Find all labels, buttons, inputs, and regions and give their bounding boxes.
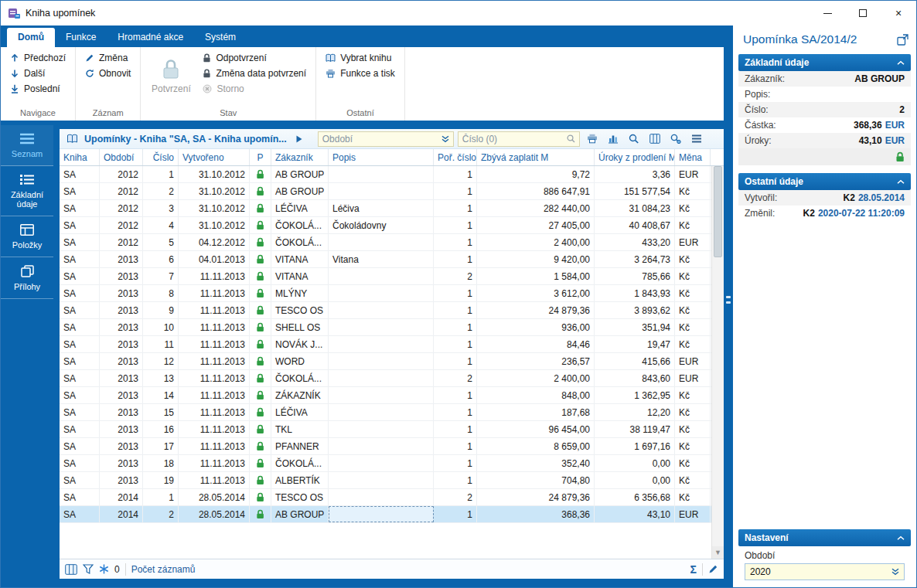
sidebar-item-seznam[interactable]: Seznam [1,125,53,166]
table-row[interactable]: SA20131611.11.2013TKL196 454,0038 119,47… [60,421,711,438]
table-row[interactable]: SA2013604.01.2013VITANAVitana19 420,003 … [60,251,711,268]
splitter-grip [726,301,731,304]
table-row[interactable]: SA2013811.11.2013MLÝNY13 612,001 843,93K… [60,285,711,302]
cell-cislo: 19 [143,472,179,488]
minimize-button[interactable] [810,1,845,25]
column-header-vytvoreno[interactable]: Vytvořeno [179,149,250,165]
table-row[interactable]: SA20131411.11.2013ZÁKAZNÍK1848,001 362,9… [60,387,711,404]
table-row[interactable]: SA20131711.11.2013PFANNER18 659,001 697,… [60,438,711,455]
tab-hromadne-akce[interactable]: Hromadné akce [107,28,194,47]
column-header-mena[interactable]: Měna [675,149,711,165]
table-row[interactable]: SA2012231.10.2012AB GROUP1886 647,91151 … [60,183,711,200]
table-row[interactable]: SA2013711.11.2013VITANA21 584,00785,66Kč [60,268,711,285]
close-button[interactable]: × [881,1,916,25]
table-row[interactable]: SA2014228.05.2014AB GROUP1368,3643,10EUR [60,506,711,523]
column-header-obdobi[interactable]: Období [100,149,143,165]
confirm-button[interactable]: Potvrzení [147,50,195,101]
table-row[interactable]: SA20131311.11.2013ČOKOLÁ...22 400,00843,… [60,370,711,387]
detail-field: Úroky:43,10EUR [738,133,911,148]
table-row[interactable]: SA20131911.11.2013ALBERTÍK1704,800,00Kč [60,472,711,489]
edit-icon[interactable] [708,564,718,574]
table-row[interactable]: SA20131111.11.2013NOVÁK J...184,4619,47K… [60,336,711,353]
section-basic-header[interactable]: Základní údaje [738,54,911,71]
cell-zbyva-zaplatit-m: 704,80 [477,472,595,488]
number-filter[interactable]: Číslo (0) [458,131,580,147]
table-body: SA2012131.10.2012AB GROUP19,723,36EURSA2… [60,166,711,559]
cell-popis [329,353,434,369]
scroll-down-arrow[interactable]: ▼ [712,546,724,559]
tab-domu[interactable]: Domů [7,28,55,47]
menu-icon[interactable] [688,131,705,147]
storno-button[interactable]: Storno [199,81,309,97]
column-header-p[interactable]: P [250,149,271,165]
cell-uroky-z-prodleni-m: 433,20 [595,234,675,250]
vertical-scrollbar[interactable]: ▼ [711,166,724,559]
popout-icon[interactable] [897,34,908,46]
group-label-navigace: Navigace [7,107,69,121]
next-button[interactable]: Další [7,66,69,81]
tab-funkce[interactable]: Funkce [55,28,107,47]
change-confirm-date-label: Změna data potvrzení [216,68,306,79]
change-button[interactable]: Změna [82,50,134,66]
table-row[interactable]: SA2014128.05.2014TESCO OS224 879,366 356… [60,489,711,506]
lock-icon [256,237,264,247]
period-dropdown[interactable]: 2020 [745,563,905,580]
cell-kniha: SA [60,251,100,267]
table-row[interactable]: SA20131211.11.2013WORD1236,57415,66EUR [60,353,711,370]
cell-vytvoreno: 28.05.2014 [179,506,250,522]
column-header-por-cislo[interactable]: Poř. číslo [434,149,477,165]
section-settings-header[interactable]: Nastavení [738,529,911,546]
section-other-header[interactable]: Ostatní údaje [738,173,911,190]
last-button[interactable]: Poslední [7,81,69,97]
filter-icon[interactable] [83,564,94,574]
functions-print-button[interactable]: Funkce a tisk [322,66,398,81]
snowflake-icon[interactable] [99,564,109,574]
cell-obdobi: 2013 [100,404,143,420]
column-header-zakaznik[interactable]: Zákazník [271,149,329,165]
column-header-popis[interactable]: Popis [329,149,434,165]
zoom-settings-icon[interactable] [667,131,684,147]
change-confirm-date-button[interactable]: Změna data potvrzení [199,66,309,81]
refresh-button[interactable]: Obnovit [82,66,134,81]
table-row[interactable]: SA20131811.11.2013ČOKOLÁ...1352,400,00Kč [60,455,711,472]
side-nav: SeznamZákladní údajePoložkyPřílohy [1,121,53,587]
splitter-grip [726,296,731,298]
sum-button[interactable]: Σ [690,563,697,576]
scrollbar-track[interactable] [712,257,724,546]
table-row[interactable]: SA20131511.11.2013LÉČIVA1187,6812,20Kč [60,404,711,421]
column-header-cislo[interactable]: Číslo [143,149,179,165]
unconfirm-button[interactable]: Odpotvrzení [199,50,309,66]
find-icon[interactable] [626,131,643,147]
table-row[interactable]: SA2013911.11.2013TESCO OS124 879,363 893… [60,302,711,319]
lock-icon [256,203,264,213]
table-row[interactable]: SA2012431.10.2012ČOKOLÁ...Čokoládovny127… [60,217,711,234]
chart-icon[interactable] [605,131,622,147]
columns-icon[interactable] [646,131,663,147]
period-value: 2020 [750,566,771,577]
table-row[interactable]: SA2012131.10.2012AB GROUP19,723,36EUR [60,166,711,183]
cell-popis [329,489,434,505]
tab-system[interactable]: Systém [194,28,247,47]
cell-kniha: SA [60,438,100,454]
sidebar-item-polozky[interactable]: Položky [1,216,53,257]
column-header-uroky-z-prodleni-m[interactable]: Úroky z prodlení M [595,149,675,165]
detail-field: Popis: [738,87,911,102]
period-filter[interactable]: Období [318,131,454,147]
play-icon[interactable] [291,131,308,147]
sidebar-item-prilohy[interactable]: Přílohy [1,257,53,299]
print-icon[interactable] [584,131,601,147]
column-header-zbyva-zaplatit-m[interactable]: Zbývá zaplatit M [477,149,595,165]
table-row[interactable]: SA2012331.10.2012LÉČIVALéčiva1282 440,00… [60,200,711,217]
table-row[interactable]: SA2012504.12.2012ČOKOLÁ...12 400,00433,2… [60,234,711,251]
maximize-button[interactable] [845,1,881,25]
select-book-button[interactable]: Vybrat knihu [322,50,398,66]
previous-button[interactable]: Předchozí [7,50,69,66]
scrollbar-thumb[interactable] [714,166,722,257]
panel-splitter[interactable] [724,25,733,587]
table-row[interactable]: SA20131011.11.2013SHELL OS1936,00351,94K… [60,319,711,336]
cell-vytvoreno: 04.01.2013 [179,251,250,267]
field-value: 368,36 [854,120,882,131]
sidebar-item-zakladni-udaje[interactable]: Základní údaje [1,166,53,216]
view-columns-icon[interactable] [65,564,77,575]
column-header-kniha[interactable]: Kniha [60,149,100,165]
